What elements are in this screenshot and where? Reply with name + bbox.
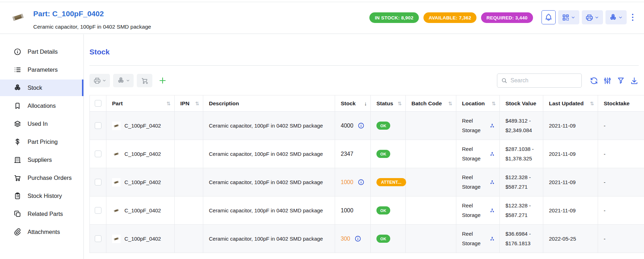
download-icon [630, 76, 639, 85]
column-header-status[interactable]: Status⇅ [371, 95, 406, 112]
menu-dots-button[interactable] [629, 14, 637, 21]
row-checkbox[interactable] [95, 122, 101, 129]
refresh-button[interactable] [590, 76, 598, 85]
order-stock-button[interactable] [137, 74, 152, 87]
sidebar-item-purchase-orders[interactable]: Purchase Orders [0, 170, 83, 186]
sidebar-item-related-parts[interactable]: Related Parts [0, 206, 83, 222]
notification-bell-button[interactable] [541, 10, 556, 24]
select-all-checkbox[interactable] [95, 100, 101, 107]
sidebar-item-label: Part Details [28, 48, 58, 55]
batch-code-cell [406, 168, 456, 196]
location-link[interactable]: Reel Storage [462, 116, 488, 135]
column-header-batch-code[interactable]: Batch Code⇅ [406, 95, 456, 112]
batch-code-cell [406, 196, 456, 225]
refresh-icon [590, 76, 598, 85]
sort-icon[interactable]: ⇅ [492, 101, 496, 106]
add-stock-item-button[interactable] [156, 74, 170, 87]
stocktake-cell: - [598, 140, 644, 168]
stock-actions-button[interactable] [605, 10, 627, 24]
part-header: Part: C_100pF_0402 Ceramic capacitor, 10… [0, 2, 644, 34]
stocktake-cell: - [598, 196, 644, 225]
column-header-last-updated[interactable]: Last Updated⇅ [543, 95, 598, 112]
sidebar-item-label: Attachments [28, 229, 60, 235]
info-icon[interactable] [355, 235, 361, 242]
sidebar-item-label: Suppliers [28, 157, 52, 163]
batch-code-cell [406, 140, 456, 168]
filter-button[interactable] [616, 76, 625, 85]
sort-desc-icon[interactable]: ↓ [364, 99, 367, 108]
table-row[interactable]: C_100pF_0402 Ceramic capacitor, 100pF in… [90, 112, 644, 140]
status-badge: ATTENT... [376, 178, 406, 186]
cubes-icon [13, 84, 22, 92]
print-actions-dropdown-button[interactable] [89, 74, 110, 87]
location-link[interactable]: Reel Storage [462, 173, 488, 192]
sidebar-item-stock-history[interactable]: Stock History [0, 188, 83, 204]
table-row[interactable]: C_100pF_0402 Ceramic capacitor, 100pF in… [90, 225, 644, 253]
sort-icon[interactable]: ⇅ [195, 101, 199, 106]
part-thumbnail[interactable] [11, 10, 25, 25]
column-header-ipn[interactable]: IPN⇅ [175, 95, 203, 112]
part-name[interactable]: C_100pF_0402 [124, 151, 161, 157]
info-icon[interactable] [358, 179, 364, 186]
part-name[interactable]: C_100pF_0402 [124, 207, 161, 213]
bookmark-icon [13, 102, 22, 110]
part-name[interactable]: C_100pF_0402 [124, 179, 161, 185]
barcode-actions-button[interactable] [558, 10, 579, 24]
status-badge: OK [376, 235, 390, 243]
row-checkbox[interactable] [95, 179, 101, 186]
sidebar-item-attachments[interactable]: Attachments [0, 224, 83, 240]
copy-icon [13, 210, 22, 218]
chevron-down-icon [618, 15, 623, 20]
part-name[interactable]: C_100pF_0402 [124, 236, 161, 242]
column-header-part[interactable]: Part⇅ [106, 95, 175, 112]
sidebar-item-allocations[interactable]: Allocations [0, 98, 83, 114]
sort-icon[interactable]: ⇅ [398, 101, 402, 106]
info-icon[interactable] [358, 122, 364, 129]
sort-icon[interactable]: ⇅ [590, 101, 594, 106]
download-button[interactable] [630, 76, 639, 85]
ipn-cell [175, 112, 203, 140]
sort-icon[interactable]: ⇅ [166, 101, 171, 106]
sidebar-item-stock[interactable]: Stock [0, 80, 83, 96]
batch-code-cell [406, 112, 456, 140]
last-updated-cell: 2021-11-09 [543, 140, 598, 168]
row-checkbox[interactable] [95, 151, 101, 157]
stock-quantity: 4000 [341, 123, 353, 129]
row-checkbox[interactable] [95, 235, 101, 242]
part-thumbnail-icon [112, 235, 121, 243]
stock-actions-dropdown-button[interactable] [113, 74, 134, 87]
in-stock-badge: IN STOCK: 8,902 [369, 12, 418, 23]
header-actions [541, 10, 637, 24]
table-search[interactable] [497, 73, 582, 88]
sort-icon[interactable]: ⇅ [448, 101, 452, 106]
row-checkbox[interactable] [95, 207, 101, 214]
part-name[interactable]: C_100pF_0402 [124, 123, 161, 129]
chevron-down-icon [102, 78, 106, 83]
column-header-location[interactable]: Location⇅ [456, 95, 500, 112]
location-link[interactable]: Reel Storage [462, 201, 488, 220]
chevron-down-icon [571, 15, 575, 20]
stocktake-cell: - [598, 168, 644, 196]
batch-code-cell [406, 225, 456, 253]
part-description: Ceramic capacitor, 100pF in 0402 SMD pac… [33, 24, 151, 30]
location-link[interactable]: Reel Storage [462, 229, 488, 248]
description-cell: Ceramic capacitor, 100pF in 0402 SMD pac… [203, 140, 335, 168]
sidebar-item-used-in[interactable]: Used In [0, 116, 83, 132]
table-row[interactable]: C_100pF_0402 Ceramic capacitor, 100pF in… [90, 196, 644, 225]
sidebar-item-suppliers[interactable]: Suppliers [0, 152, 83, 168]
description-cell: Ceramic capacitor, 100pF in 0402 SMD pac… [203, 225, 335, 253]
search-input[interactable] [510, 77, 578, 84]
search-icon [501, 77, 508, 84]
column-header-stock[interactable]: Stock↓ [335, 95, 371, 112]
sidebar-item-parameters[interactable]: Parameters [0, 61, 83, 78]
sidebar-item-part-pricing[interactable]: Part Pricing [0, 134, 83, 150]
table-row[interactable]: C_100pF_0402 Ceramic capacitor, 100pF in… [90, 140, 644, 168]
print-actions-button[interactable] [582, 10, 603, 24]
column-header-description: Description [203, 95, 335, 112]
table-columns-button[interactable] [603, 76, 612, 85]
sidebar-item-part-details[interactable]: Part Details [0, 43, 83, 60]
location-link[interactable]: Reel Storage [462, 145, 488, 163]
sidebar-item-label: Part Pricing [28, 139, 58, 145]
table-row[interactable]: C_100pF_0402 Ceramic capacitor, 100pF in… [90, 168, 644, 196]
stock-value-cell: $122.328 - $587.271 [500, 168, 543, 196]
